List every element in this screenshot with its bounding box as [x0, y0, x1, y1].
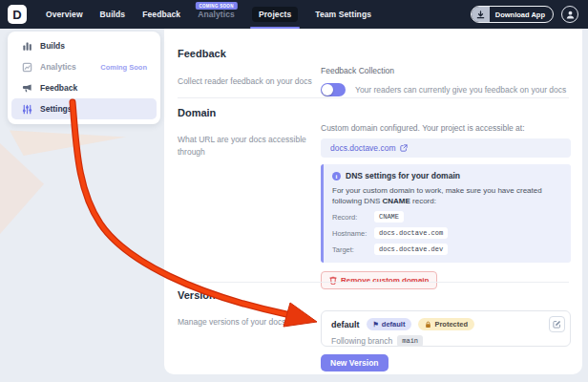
- nav-items: Overview Builds Feedback COMING SOON Ana…: [38, 0, 379, 29]
- analytics-chart-icon: [21, 61, 32, 73]
- custom-domain-status-text: Custom domain configured. Your project i…: [321, 123, 571, 134]
- info-icon: i: [332, 172, 341, 180]
- default-badge: ⚑ default: [367, 318, 412, 330]
- dns-record-row: Record: CNAME: [332, 211, 562, 223]
- nav-item-projects[interactable]: Projects: [244, 0, 305, 29]
- lock-icon: [425, 321, 431, 329]
- versions-section-title: Versions: [178, 289, 321, 301]
- feedback-section-title: Feedback: [178, 48, 313, 59]
- version-name: default: [331, 320, 360, 329]
- toggle-knob: [322, 84, 333, 96]
- protected-badge-label: Protected: [434, 320, 468, 329]
- feedback-section-intro: Feedback Collect reader feedback on your…: [178, 48, 313, 88]
- top-nav: D Overview Builds Feedback COMING SOON A…: [0, 0, 588, 29]
- domain-section-description: What URL are your docs accessible throug…: [178, 134, 307, 159]
- settings-panel: Feedback Collect reader feedback on your…: [164, 29, 582, 374]
- download-app-label: Download App: [490, 11, 553, 19]
- dns-row-value: docs.doctave.dev: [374, 244, 448, 255]
- default-badge-label: default: [382, 320, 406, 329]
- bar-chart-icon: [21, 40, 32, 52]
- sidebar-item-feedback[interactable]: Feedback: [11, 77, 157, 98]
- section-divider: [178, 282, 569, 283]
- dns-body-text: record:: [410, 197, 436, 205]
- coming-soon-note: Coming Soon: [100, 63, 147, 72]
- nav-label: Feedback: [142, 10, 180, 19]
- versions-section-intro: Versions Manage versions of your docs: [178, 289, 321, 329]
- feedback-toggle[interactable]: [321, 83, 346, 96]
- branch-name-pill: main: [397, 335, 423, 347]
- dns-hostname-row: Hostname: docs.doctave.com: [332, 227, 562, 239]
- nav-label: Projects: [252, 7, 298, 22]
- dns-target-row: Target: docs.doctave.dev: [332, 244, 562, 255]
- dns-body-text: For your custom domain to work, make sur…: [332, 186, 542, 205]
- external-link-icon: [400, 144, 408, 152]
- sidebar-item-label: Settings: [40, 104, 73, 114]
- download-app-button[interactable]: Download App: [471, 6, 554, 23]
- doctave-logo-icon[interactable]: D: [8, 5, 27, 24]
- domain-link-box[interactable]: docs.doctave.com: [321, 138, 571, 158]
- sidebar-item-label: Builds: [40, 41, 65, 51]
- domain-link[interactable]: docs.doctave.com: [330, 143, 408, 153]
- user-avatar[interactable]: [561, 6, 578, 23]
- sidebar-item-label: Feedback: [40, 83, 77, 93]
- person-icon: [565, 10, 576, 20]
- section-divider: [178, 97, 569, 98]
- versions-section-description: Manage versions of your docs: [178, 316, 321, 329]
- feedback-toggle-status-text: Your readers can currently give you feed…: [355, 85, 566, 95]
- trash-icon: [329, 276, 337, 285]
- sidebar-item-analytics[interactable]: Analytics Coming Soon: [11, 56, 157, 77]
- dns-row-value: docs.doctave.com: [374, 227, 448, 239]
- nav-label: Team Settings: [315, 10, 371, 19]
- sidebar-item-label: Analytics: [40, 62, 76, 72]
- version-branch-row: Following branch main: [331, 335, 560, 347]
- settings-sidebar: Builds Analytics Coming Soon Feedback Se…: [8, 32, 160, 124]
- edit-pencil-icon: [553, 320, 561, 329]
- dns-row-label: Target:: [332, 245, 374, 254]
- dns-box-body: For your custom domain to work, make sur…: [332, 185, 562, 206]
- remove-custom-domain-button[interactable]: Remove custom domain: [321, 271, 437, 289]
- version-card-header: default ⚑ default Protected: [331, 318, 560, 330]
- dns-row-label: Record:: [332, 213, 374, 222]
- edit-version-button[interactable]: [549, 316, 565, 332]
- remove-custom-domain-label: Remove custom domain: [341, 276, 429, 285]
- dns-row-value: CNAME: [374, 211, 404, 223]
- domain-section-title: Domain: [178, 107, 313, 118]
- sidebar-item-settings[interactable]: Settings: [11, 98, 157, 119]
- coming-soon-badge: COMING SOON: [195, 2, 237, 10]
- dns-settings-box: i DNS settings for your domain For your …: [321, 164, 571, 263]
- dns-box-title-row: i DNS settings for your domain: [332, 171, 562, 180]
- dns-row-label: Hostname:: [332, 229, 374, 238]
- nav-label: Overview: [46, 10, 83, 19]
- decorative-shape: [10, 129, 126, 156]
- nav-item-overview[interactable]: Overview: [38, 0, 91, 29]
- flag-icon: ⚑: [373, 321, 379, 328]
- domain-section-intro: Domain What URL are your docs accessible…: [178, 107, 313, 159]
- nav-item-team-settings[interactable]: Team Settings: [307, 0, 379, 29]
- nav-label: Builds: [100, 10, 126, 19]
- megaphone-icon: [21, 82, 32, 94]
- nav-right: Download App: [471, 6, 588, 23]
- protected-badge: Protected: [418, 318, 474, 330]
- nav-item-feedback[interactable]: Feedback: [135, 0, 188, 29]
- dns-body-cname: CNAME: [382, 197, 410, 205]
- feedback-section-controls: Feedback Collection Your readers can cur…: [321, 66, 571, 96]
- sliders-icon: [21, 103, 32, 115]
- decorative-shape: [0, 143, 44, 234]
- feedback-collection-label: Feedback Collection: [321, 66, 571, 75]
- feedback-toggle-row: Your readers can currently give you feed…: [321, 83, 571, 96]
- download-icon: [472, 7, 490, 22]
- branch-label: Following branch: [331, 336, 392, 346]
- domain-link-text: docs.doctave.com: [330, 143, 396, 153]
- dns-box-title: DNS settings for your domain: [346, 171, 460, 180]
- nav-label: Analytics: [198, 10, 235, 19]
- domain-section-controls: Custom domain configured. Your project i…: [321, 123, 571, 289]
- nav-item-builds[interactable]: Builds: [93, 0, 134, 29]
- version-card: default ⚑ default Protected Following br…: [321, 310, 571, 347]
- nav-item-analytics[interactable]: COMING SOON Analytics: [190, 0, 242, 29]
- feedback-section-description: Collect reader feedback on your docs: [178, 75, 313, 88]
- versions-section-content: default ⚑ default Protected Following br…: [321, 310, 571, 371]
- new-version-button[interactable]: New Version: [321, 354, 388, 371]
- sidebar-item-builds[interactable]: Builds: [11, 35, 157, 56]
- app-screen: D Overview Builds Feedback COMING SOON A…: [0, 0, 588, 382]
